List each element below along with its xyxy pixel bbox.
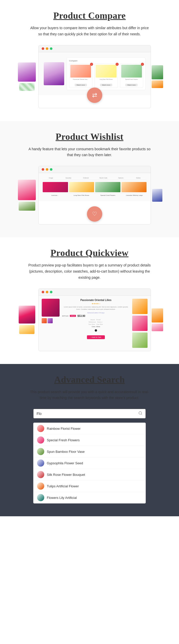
wishlist-overlay-icon: ♡ <box>87 206 102 222</box>
qv-dot-yellow <box>46 291 48 293</box>
search-result-item-5[interactable]: Silk Rose Flower Bouquet <box>33 469 146 480</box>
wishlist-img-4 <box>121 182 147 192</box>
qv-product-details: Passionate Oriental Lilies ★★★★☆ Lorem i… <box>62 299 130 348</box>
qv-delivery: Delivered within 4-8 days <box>62 312 130 314</box>
wishlist-title: Product Wishlist <box>15 131 164 142</box>
sr-img-1 <box>37 425 44 432</box>
sr-name-4: Gypsophila Flower Seed <box>47 461 83 465</box>
compare-product-3: × Special Fresh Flowers Watch more <box>120 63 143 88</box>
compare-product-text-3: Special Fresh Flowers <box>121 79 142 80</box>
search-result-item-3[interactable]: Spun Bamboo Floor Vase <box>33 446 146 457</box>
qv-thumb-2[interactable] <box>48 318 53 323</box>
sr-img-3 <box>37 448 44 455</box>
compare-watch-btn-3[interactable]: Watch more <box>125 84 138 86</box>
compare-product-img-1 <box>70 65 91 78</box>
advanced-search-section: Advanced Search This product search will… <box>0 364 179 517</box>
quickview-mockup-inner: Passionate Oriental Lilies ★★★★☆ Lorem i… <box>39 296 151 351</box>
qv-dot-green <box>50 291 52 293</box>
qv-size-row: Your Size: One Size <box>62 324 130 325</box>
compare-watch-btn-1[interactable]: Watch more <box>75 84 87 86</box>
wt-col-qty: Quantity <box>60 177 76 179</box>
qv-reference-val: floral_1 <box>97 321 103 323</box>
wishlist-flower-left-1 <box>18 180 36 200</box>
sr-name-2: Special Fresh Flowers <box>47 438 80 442</box>
wishlist-img-2 <box>69 182 94 192</box>
wishlist-flower-right-1 <box>152 189 162 202</box>
wishlist-img-1 <box>43 182 68 192</box>
compare-watch-btn-2[interactable]: Watch more <box>100 84 112 86</box>
quickview-left-flowers <box>15 306 38 334</box>
quickview-mockup-wrapper: Passionate Oriental Lilies ★★★★☆ Lorem i… <box>15 288 164 351</box>
compare-product-text-2: Long Stem Pink Roses <box>96 79 116 80</box>
compare-badge-2: × <box>116 63 119 66</box>
compare-browser: Compare × Passionate Oriental Lilies... … <box>38 45 151 108</box>
qv-new-price: $53.90 <box>77 315 85 317</box>
quickview-desc: Product preview pop-up facilitates buyer… <box>28 262 151 281</box>
wishlist-name-4: Lavender Witchey Large <box>122 195 147 196</box>
qv-brand-val: Florall <box>96 319 100 320</box>
search-input[interactable] <box>37 412 138 416</box>
quickview-right-flowers <box>151 308 164 331</box>
compare-right-flowers <box>151 65 164 88</box>
wt-col-options: Options <box>113 177 129 179</box>
compare-badge-1: × <box>90 63 93 66</box>
qv-product-images <box>42 299 60 348</box>
compare-swap-icon: ⇄ <box>92 92 97 99</box>
compare-main-product-img <box>44 62 64 85</box>
svg-line-1 <box>141 414 142 415</box>
qv-color-label: Color: White <box>62 326 130 327</box>
search-icon <box>138 411 142 415</box>
compare-product-2: × Long Stem Pink Roses Watch more <box>94 63 118 88</box>
compare-product-row: × Passionate Oriental Lilies... Watch mo… <box>69 63 143 88</box>
qv-stars: ★★★★☆ <box>62 303 130 305</box>
search-result-item-6[interactable]: Tulips Artificial Flower <box>33 480 146 492</box>
compare-flower-left-2 <box>19 83 35 91</box>
qv-color-row: Color: White <box>62 326 130 333</box>
compare-desc: Allow your buyers to compare items with … <box>28 25 151 37</box>
sr-img-6 <box>37 482 44 490</box>
sr-name-5: Silk Rose Flower Bouquet <box>47 473 85 477</box>
qv-product-desc: Lorem ipsum dolor sit amet, consectetur … <box>62 306 130 310</box>
qv-color-swatch[interactable] <box>95 329 97 332</box>
search-result-item-2[interactable]: Special Fresh Flowers <box>33 434 146 446</box>
svg-point-0 <box>139 412 142 414</box>
wishlist-heart-icon: ♡ <box>92 211 97 217</box>
qv-side-img-1 <box>132 299 148 314</box>
qv-price-row: $77.19 SALE $53.90 <box>62 315 130 317</box>
compare-btn-area-3: Watch more <box>121 82 142 87</box>
quickview-browser-bar <box>39 289 151 296</box>
search-result-item-7[interactable]: Flowers Lily Artificial <box>33 492 146 503</box>
qv-flower-right-2 <box>152 324 163 331</box>
compare-overlay-icon: ⇄ <box>87 88 102 103</box>
quickview-browser-content: Passionate Oriental Lilies ★★★★☆ Lorem i… <box>39 296 151 351</box>
advanced-search-desc: This product search will provide you wit… <box>28 389 151 401</box>
wishlist-browser-bar <box>39 166 151 173</box>
wishlist-dot-yellow <box>46 168 48 171</box>
wishlist-browser-content: Image Quantity Ordered Stock Code Option… <box>39 173 151 224</box>
qv-product-title: Passionate Oriental Lilies <box>62 299 130 302</box>
search-result-item-4[interactable]: Gypsophila Flower Seed <box>33 457 146 469</box>
compare-grid-header: Compare <box>69 60 143 62</box>
qv-add-to-cart-btn[interactable]: + Add to Cart <box>87 335 105 339</box>
compare-product-img-2 <box>96 65 116 78</box>
qv-brand-row: Brand: Florall <box>62 319 130 320</box>
wt-col-image: Image <box>43 177 59 179</box>
qv-side-img-2 <box>132 316 148 331</box>
qv-side-products <box>132 299 148 348</box>
qv-reference-label: Reference: <box>89 321 96 323</box>
wt-col-code: Stock Code <box>95 177 111 179</box>
qv-flower-left-2 <box>19 325 35 334</box>
qv-brand-label: Brand: <box>91 319 95 320</box>
compare-grid-label: Compare <box>69 60 77 62</box>
sr-name-7: Flowers Lily Artificial <box>47 496 77 500</box>
search-result-item-1[interactable]: Rainbow Florist Flower <box>33 423 146 434</box>
search-submit-button[interactable] <box>138 411 142 416</box>
qv-thumb-1[interactable] <box>42 318 47 323</box>
advanced-search-title: Advanced Search <box>15 374 164 385</box>
wishlist-mockup-wrapper: Image Quantity Ordered Stock Code Option… <box>15 166 164 224</box>
dot-red <box>42 47 44 50</box>
search-input-wrapper <box>33 409 146 418</box>
wishlist-name-2: Long Stem Pink Roses <box>69 195 94 196</box>
qv-dot-red <box>42 291 44 293</box>
quickview-section: Product Quickview Product preview pop-up… <box>0 237 179 364</box>
